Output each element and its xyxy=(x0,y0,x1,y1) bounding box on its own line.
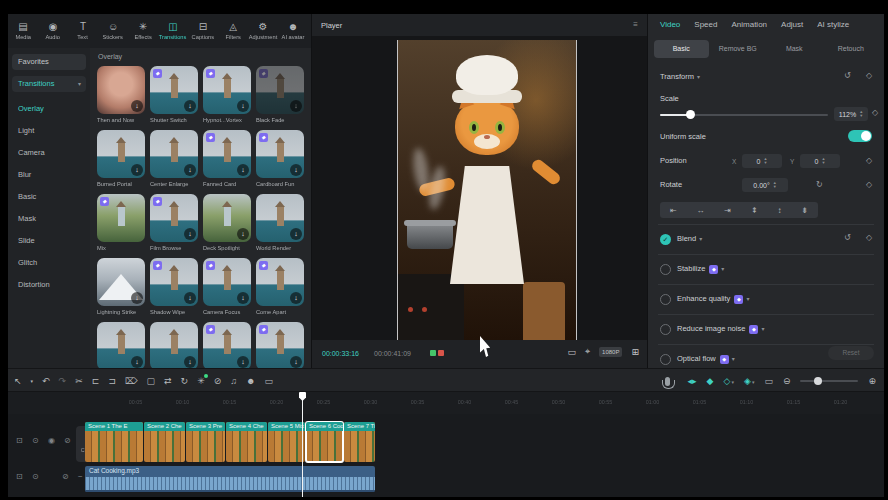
sidebar-item-overlay[interactable]: Overlay xyxy=(18,104,44,113)
smart-tools-icon[interactable]: ✳ xyxy=(197,376,205,386)
align-center-h-icon[interactable]: ↔ xyxy=(696,206,704,215)
quality-selector[interactable]: 1080P xyxy=(599,347,622,357)
audio-track-options-icon[interactable]: ⊡ xyxy=(16,472,23,481)
ai-character-icon[interactable]: ☻ xyxy=(246,376,255,386)
transition-center-enlarge[interactable]: ↓Center Enlarge xyxy=(150,130,198,194)
mute-clip-icon[interactable]: ⊘ xyxy=(214,376,222,386)
zoom-in-icon[interactable]: ⊕ xyxy=(868,376,876,386)
uniform-scale-toggle[interactable] xyxy=(848,130,872,142)
audio-clip[interactable]: Cat Cooking.mp3 xyxy=(85,466,375,492)
audio-track-lock-icon[interactable]: ⊙ xyxy=(32,472,39,481)
transition-camera-focus[interactable]: ◆↓Camera Focus xyxy=(203,258,251,322)
stabilize-checkbox[interactable] xyxy=(660,264,671,275)
ratio-icon[interactable]: ▭ xyxy=(568,347,577,357)
reset-button[interactable]: Reset xyxy=(828,346,874,360)
sidebar-item-blur[interactable]: Blur xyxy=(18,170,31,179)
scale-keyframe-icon[interactable]: ◇ xyxy=(872,108,878,117)
select-dropdown-icon[interactable]: ▾ xyxy=(31,378,34,384)
transition-world-render[interactable]: ↓World Render xyxy=(256,194,304,258)
optical-flow-checkbox[interactable] xyxy=(660,354,671,365)
audio-track-collapse-icon[interactable]: − xyxy=(78,472,83,481)
sidebar-item-camera[interactable]: Camera xyxy=(18,148,45,157)
video-track-mute-icon[interactable]: ⊘ xyxy=(64,436,71,445)
align-right-icon[interactable]: ⇥ xyxy=(724,206,731,215)
sidebar-item-slide[interactable]: Slide xyxy=(18,236,35,245)
sidebar-item-light[interactable]: Light xyxy=(18,126,34,135)
transition-item[interactable]: ◆↓ xyxy=(256,322,304,368)
screen-icon[interactable]: ▭ xyxy=(264,376,273,386)
tab-speed[interactable]: Speed xyxy=(694,20,717,29)
reset-blend-icon[interactable]: ↺ xyxy=(844,233,851,242)
tab-captions[interactable]: ⊟Captions xyxy=(188,22,218,40)
align-bottom-icon[interactable]: ⇟ xyxy=(801,206,808,215)
sidebar-item-basic[interactable]: Basic xyxy=(18,192,36,201)
video-track-options-icon[interactable]: ⊡ xyxy=(16,436,23,445)
rotate-input[interactable]: 0.00°▲▼ xyxy=(742,178,788,192)
tab-stickers[interactable]: ☺Stickers xyxy=(98,22,128,40)
position-keyframe-icon[interactable]: ◇ xyxy=(866,156,872,165)
redo-icon[interactable]: ↷ xyxy=(59,376,67,386)
align-center-v-icon[interactable]: ↕ xyxy=(777,206,781,215)
snap-icon[interactable]: ◂▸ xyxy=(688,376,697,386)
delete-icon[interactable]: ⌦ xyxy=(125,376,138,386)
tab-audio[interactable]: ◉Audio xyxy=(38,22,68,40)
clip-scene-7[interactable]: Scene 7 Tita xyxy=(344,422,375,462)
clip-scene-6-selected[interactable]: Scene 6 Coo xyxy=(306,422,343,462)
transition-shutter-switch[interactable]: ◆↓Shutter Switch xyxy=(150,66,198,130)
rotate-clip-icon[interactable]: ↻ xyxy=(181,376,189,386)
pos-x-input[interactable]: 0▲▼ xyxy=(742,154,782,168)
tab-adjust[interactable]: Adjust xyxy=(781,20,803,29)
transition-lightning-strike[interactable]: ↓Lightning Strike xyxy=(97,258,145,322)
timeline-ruler[interactable]: 00:05 00:10 00:15 00:20 00:25 00:30 00:3… xyxy=(8,392,884,414)
tab-transitions[interactable]: ◫Transitions xyxy=(158,22,188,40)
pos-x-stepper[interactable]: ▲▼ xyxy=(763,157,767,165)
reset-transform-icon[interactable]: ↺ xyxy=(844,71,851,80)
scale-value-input[interactable]: 112%▲▼ xyxy=(834,107,868,121)
transition-film-browse[interactable]: ◆↓Film Browse xyxy=(150,194,198,258)
enhance-quality-checkbox[interactable] xyxy=(660,294,671,305)
transition-item[interactable]: ↓ xyxy=(97,322,145,368)
align-left-icon[interactable]: ⇤ xyxy=(670,206,677,215)
transition-then-and-now[interactable]: ↓Then and Now xyxy=(97,66,145,130)
tab-ai-stylize[interactable]: AI stylize xyxy=(817,20,849,29)
keyframe-diamond-icon[interactable]: ◇ xyxy=(866,71,872,80)
fullscreen-icon[interactable]: ⊞ xyxy=(631,347,639,357)
transition-cardboard-fun[interactable]: ◆↓Cardboard Fun xyxy=(256,130,304,194)
video-track-hide-icon[interactable]: ◉ xyxy=(48,436,55,445)
keyframe-tool-icon[interactable]: ◆ xyxy=(707,376,714,386)
transition-hypnotic-vortex[interactable]: ◆↓Hypnot...Vortex xyxy=(203,66,251,130)
subtab-remove-bg[interactable]: Remove BG xyxy=(711,40,766,58)
tab-effects[interactable]: ✳Effects xyxy=(128,22,158,40)
clip-scene-5[interactable]: Scene 5 Mix xyxy=(268,422,305,462)
sidebar-item-glitch[interactable]: Glitch xyxy=(18,258,37,267)
tab-adjustment[interactable]: ⚙Adjustment xyxy=(248,22,278,40)
rotate-stepper[interactable]: ▲▼ xyxy=(773,181,777,189)
tab-animation[interactable]: Animation xyxy=(731,20,767,29)
undo-icon[interactable]: ↶ xyxy=(42,376,50,386)
audio-track-mute-icon[interactable]: ⊘ xyxy=(62,472,69,481)
transition-deck-spotlight[interactable]: ↓Deck Spotlight xyxy=(203,194,251,258)
timeline-zoom-slider[interactable] xyxy=(800,380,858,382)
tab-filters[interactable]: ◬Filters xyxy=(218,22,248,40)
trim-left-icon[interactable]: ⊏ xyxy=(92,376,100,386)
tab-media[interactable]: ▤Media xyxy=(8,22,38,40)
select-tool-icon[interactable]: ↖ xyxy=(14,376,22,386)
subtab-mask[interactable]: Mask xyxy=(767,40,822,58)
tab-ai-avatar[interactable]: ☻AI avatar xyxy=(278,22,308,40)
scale-slider[interactable] xyxy=(660,114,828,116)
transition-fanned-card[interactable]: ◆↓Fanned Card xyxy=(203,130,251,194)
transition-mix[interactable]: ◆Mix xyxy=(97,194,145,258)
tab-text[interactable]: TText xyxy=(68,22,98,40)
video-track-lock-icon[interactable]: ⊙ xyxy=(32,436,39,445)
transition-come-apart[interactable]: ◆↓Come Apart xyxy=(256,258,304,322)
scale-stepper[interactable]: ▲▼ xyxy=(859,110,863,118)
playhead[interactable] xyxy=(302,392,303,497)
preview-axis-icon[interactable]: ▭ xyxy=(764,376,773,386)
pos-y-stepper[interactable]: ▲▼ xyxy=(821,157,825,165)
rotate-keyframe-icon[interactable]: ◇ xyxy=(866,180,872,189)
sidebar-item-distortion[interactable]: Distortion xyxy=(18,280,50,289)
transition-black-fade[interactable]: ◆↓Black Fade xyxy=(256,66,304,130)
split-icon[interactable]: ✂ xyxy=(75,376,83,386)
align-top-icon[interactable]: ⇞ xyxy=(751,206,758,215)
marker-tool-icon[interactable]: ◈▾ xyxy=(744,376,754,386)
